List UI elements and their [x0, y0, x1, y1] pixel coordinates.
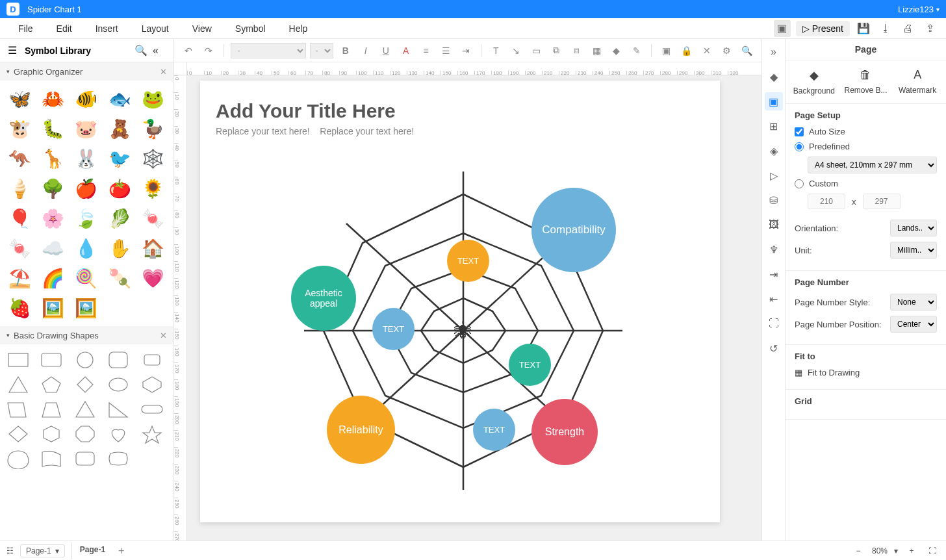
shape-item[interactable]	[5, 350, 31, 370]
chevron-down-icon[interactable]: ▾	[6, 68, 10, 75]
menu-edit[interactable]: Edit	[45, 19, 84, 38]
custom-radio[interactable]	[795, 179, 804, 188]
menu-file[interactable]: File	[6, 19, 45, 38]
align-button[interactable]: ☰	[438, 42, 454, 59]
shape-item[interactable]	[38, 350, 64, 370]
clipart-item[interactable]: 🐸	[139, 86, 168, 112]
orientation-select[interactable]: Lands...	[890, 220, 937, 236]
bubble-text-2[interactable]: TEXT	[372, 308, 415, 350]
undo-button[interactable]: ↶	[181, 42, 197, 59]
pages-list-icon[interactable]: ☷	[6, 546, 14, 555]
tools-icon[interactable]: ✕	[698, 42, 715, 59]
ungroup-icon[interactable]: ⧈	[569, 42, 585, 59]
clipart-item[interactable]: 🍬	[5, 235, 34, 261]
clipart-item[interactable]: 🍦	[5, 175, 34, 201]
clipart-item[interactable]: 🍡	[105, 265, 134, 291]
clipart-item[interactable]: 🦋	[5, 86, 34, 112]
shape-item[interactable]	[72, 374, 98, 395]
search-canvas-icon[interactable]: 🔍	[739, 42, 755, 59]
bold-button[interactable]: B	[337, 42, 353, 59]
menu-view[interactable]: View	[181, 19, 224, 38]
underline-button[interactable]: U	[377, 42, 394, 59]
tab-page-1[interactable]: Page-1	[71, 542, 113, 559]
clipart-item[interactable]: 🐛	[38, 116, 67, 142]
clipart-item[interactable]: 🥬	[105, 205, 134, 231]
close-section-icon[interactable]: ✕	[160, 331, 167, 340]
bubble-strength[interactable]: Strength	[531, 399, 598, 465]
import-icon[interactable]: ⇤	[765, 290, 783, 308]
clipart-item[interactable]: 🍃	[72, 205, 101, 231]
data-icon[interactable]: ⛁	[765, 191, 783, 209]
remove-bg-button[interactable]: 🗑 Remove B...	[840, 68, 891, 95]
fullscreen-icon[interactable]: ⛶	[765, 314, 783, 333]
download-icon[interactable]: ⭳	[877, 20, 894, 37]
print-icon[interactable]: 🖨	[899, 20, 916, 37]
clipart-item[interactable]: 🎈	[5, 205, 34, 231]
user-menu[interactable]: Lizzie123	[898, 5, 940, 14]
clipart-item[interactable]: 🌈	[38, 265, 67, 291]
group-icon[interactable]: ⧉	[548, 42, 565, 59]
bubble-aesthetic[interactable]: Aesthetic appeal	[291, 266, 356, 331]
page-title[interactable]: Add Your Title Here	[200, 81, 720, 126]
page-size-select[interactable]: A4 sheet, 210mm x 297 mm	[808, 157, 937, 173]
add-page-button[interactable]: +	[113, 542, 129, 559]
clipart-item[interactable]: 💗	[139, 265, 168, 291]
italic-button[interactable]: I	[357, 42, 374, 59]
tree-icon[interactable]: ♆	[765, 240, 783, 259]
background-button[interactable]: ◆ Background	[789, 68, 839, 95]
fit-to-drawing-button[interactable]: ▦ Fit to Drawing	[795, 368, 937, 377]
font-size-select[interactable]: -	[310, 43, 334, 58]
clipart-item[interactable]: 🍓	[5, 295, 34, 321]
page-panel-icon[interactable]: ▣	[765, 92, 783, 110]
clipart-item[interactable]: 🦀	[38, 86, 67, 112]
page-select-dropdown[interactable]: Page-1 ▾	[20, 544, 65, 557]
line-height-button[interactable]: ≡	[418, 42, 434, 59]
pen-icon[interactable]: ✎	[628, 42, 645, 59]
history-icon[interactable]: ↺	[765, 339, 783, 357]
clipart-item[interactable]: 🐟	[105, 86, 134, 112]
clipart-item[interactable]: 🐦	[105, 146, 134, 172]
width-input[interactable]	[808, 194, 845, 209]
shape-item[interactable]	[5, 448, 31, 469]
share-icon[interactable]: ⇪	[921, 20, 938, 37]
chevron-down-icon[interactable]: ▾	[894, 546, 898, 555]
clipart-item[interactable]: 🌻	[139, 175, 168, 201]
image-icon[interactable]: 🖼	[765, 216, 783, 234]
shape-item[interactable]	[139, 374, 165, 395]
shape-item[interactable]	[105, 350, 131, 370]
shape-item[interactable]	[105, 374, 131, 395]
font-color-button[interactable]: A	[398, 42, 414, 59]
menu-insert[interactable]: Insert	[84, 19, 130, 38]
height-input[interactable]	[863, 194, 901, 209]
menu-help[interactable]: Help	[277, 19, 320, 38]
clipart-item[interactable]: 🦆	[139, 116, 168, 142]
clipart-item[interactable]: 🐮	[5, 116, 34, 142]
clipart-item[interactable]: 🖼️	[38, 295, 67, 321]
shape-item[interactable]	[139, 350, 165, 370]
shape-item[interactable]	[139, 399, 165, 420]
present-button[interactable]: ▷ Present	[796, 21, 850, 36]
subtitle-2[interactable]: Replace your text here!	[320, 126, 414, 136]
section-graphic-organizer[interactable]: Graphic Organizer	[14, 67, 83, 77]
layers-icon[interactable]: ◈	[765, 142, 783, 160]
shape-item[interactable]	[72, 424, 98, 444]
app-logo[interactable]: D	[6, 3, 19, 16]
clipart-item[interactable]: 🌳	[38, 175, 67, 201]
theme-icon[interactable]: ◆	[765, 68, 783, 86]
clipart-item[interactable]: 🐠	[72, 86, 101, 112]
font-family-select[interactable]: -	[231, 43, 306, 58]
shape-item[interactable]	[38, 374, 64, 395]
bubble-text-4[interactable]: TEXT	[473, 409, 515, 451]
bubble-text-1[interactable]: TEXT	[447, 240, 489, 282]
chevron-down-icon[interactable]: ▾	[6, 332, 10, 338]
shape-item[interactable]	[5, 399, 31, 420]
spider-web-diagram[interactable]: 🕷 Compatibility Aesthetic appeal TEXT TE…	[285, 152, 642, 509]
clipart-item[interactable]: 🐰	[72, 146, 101, 172]
rect-tool-icon[interactable]: ▭	[528, 42, 544, 59]
canvas-area[interactable]: Add Your Title Here Replace your text he…	[187, 75, 761, 541]
watermark-button[interactable]: A Watermark	[892, 68, 943, 95]
connector-tool-icon[interactable]: ↘	[508, 42, 524, 59]
slideshow-icon[interactable]: ▷	[765, 166, 783, 185]
clipart-item[interactable]: 🕸️	[139, 146, 168, 172]
clipart-item[interactable]: 🍎	[72, 175, 101, 201]
